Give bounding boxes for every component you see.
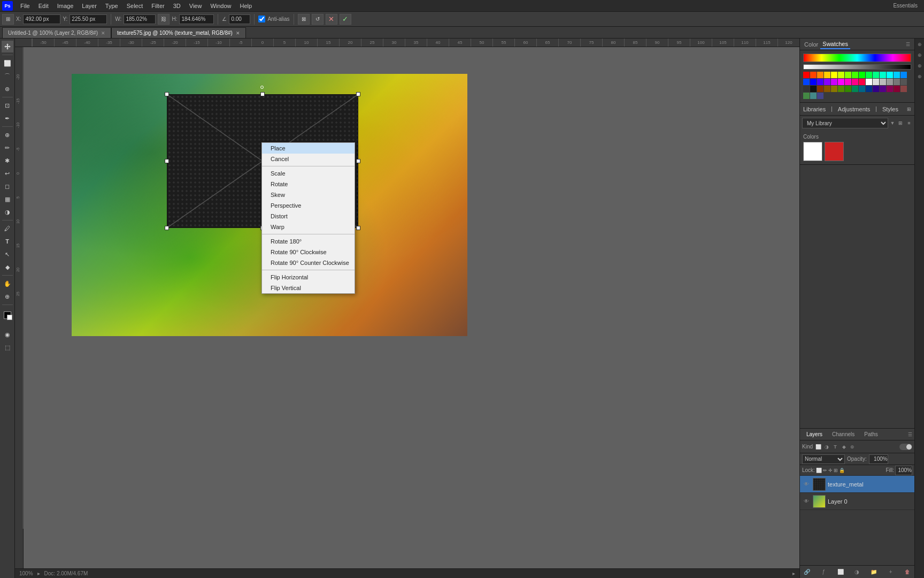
color-spectrum-bar[interactable]: [803, 54, 911, 62]
tab-color[interactable]: Color: [802, 40, 820, 49]
menu-image[interactable]: Image: [53, 2, 78, 10]
handle-tl[interactable]: [165, 92, 169, 96]
ctx-skew[interactable]: Skew: [262, 189, 355, 200]
swatch-35[interactable]: [838, 86, 844, 92]
tool-move[interactable]: [2, 41, 13, 52]
tab-channels[interactable]: Channels: [828, 430, 859, 438]
layer-row-texture-metal[interactable]: 👁 texture_metal: [800, 476, 914, 493]
layers-panel-menu[interactable]: ☰: [908, 432, 912, 437]
color-spectrum-gray[interactable]: [803, 64, 911, 70]
lock-image[interactable]: ✏: [823, 468, 827, 473]
menu-select[interactable]: Select: [122, 2, 148, 10]
menu-edit[interactable]: Edit: [34, 2, 53, 10]
swatch-30[interactable]: [803, 86, 810, 92]
swatch-6[interactable]: [845, 72, 851, 78]
tool-crop[interactable]: ⊡: [2, 100, 13, 111]
layer-row-0[interactable]: 👁 Layer 0: [800, 493, 914, 510]
menu-window[interactable]: Window: [206, 2, 235, 10]
canvas-viewport[interactable]: Place Cancel Scale Rotate Skew Perspecti…: [24, 47, 799, 568]
tab-paths[interactable]: Paths: [860, 430, 882, 438]
swatch-43[interactable]: [894, 86, 900, 92]
filter-smart-icon[interactable]: ⊕: [849, 443, 856, 451]
swatch-8[interactable]: [859, 72, 865, 78]
ctx-flip-h[interactable]: Flip Horizontal: [262, 272, 355, 283]
swatch-27[interactable]: [887, 79, 893, 85]
ctx-flip-v[interactable]: Flip Vertical: [262, 283, 355, 293]
swatch-47[interactable]: [817, 93, 823, 99]
delete-layer-btn[interactable]: 🗑: [903, 567, 912, 577]
ctx-scale[interactable]: Scale: [262, 168, 355, 179]
tool-eyedropper[interactable]: ✒: [2, 112, 13, 124]
swatch-15[interactable]: [803, 79, 810, 85]
link-proportions[interactable]: ⛓: [158, 14, 170, 25]
menu-help[interactable]: Help: [236, 2, 257, 10]
filter-adjust-icon[interactable]: ◑: [823, 443, 830, 451]
swatch-2[interactable]: [817, 72, 823, 78]
swatch-45[interactable]: [803, 93, 810, 99]
panel-collapse-color[interactable]: ⊕: [916, 41, 923, 48]
add-mask-btn[interactable]: ⬜: [836, 567, 845, 577]
tab-swatches[interactable]: Swatches: [820, 40, 850, 49]
handle-bl[interactable]: [165, 226, 169, 230]
swatch-25[interactable]: [873, 79, 879, 85]
swatch-white[interactable]: [803, 142, 822, 161]
swatch-12[interactable]: [887, 72, 893, 78]
menu-view[interactable]: View: [185, 2, 206, 10]
swatch-24[interactable]: [866, 79, 872, 85]
y-input[interactable]: [70, 14, 107, 24]
swatch-1[interactable]: [810, 72, 817, 78]
handle-br[interactable]: [356, 226, 360, 230]
lib-select[interactable]: My Library: [802, 118, 888, 128]
panel-collapse-layers[interactable]: ⊕: [916, 73, 923, 80]
cancel-btn-options[interactable]: ✕: [326, 14, 337, 25]
tool-quick-select[interactable]: ⊛: [2, 83, 13, 95]
swatch-37[interactable]: [852, 86, 858, 92]
swatch-21[interactable]: [845, 79, 851, 85]
handle-tr[interactable]: [356, 92, 360, 96]
panel-collapse-hist[interactable]: ⊕: [916, 51, 923, 59]
lib-libraries-tab[interactable]: Libraries: [803, 106, 826, 112]
swatch-23[interactable]: [859, 79, 865, 85]
ctx-rotate180[interactable]: Rotate 180°: [262, 236, 355, 247]
swatch-46[interactable]: [810, 93, 817, 99]
swatch-3[interactable]: [824, 72, 830, 78]
swatch-42[interactable]: [887, 86, 893, 92]
swatch-28[interactable]: [894, 79, 900, 85]
swatch-4[interactable]: [831, 72, 837, 78]
layers-list[interactable]: 👁 texture_metal 👁 Layer 0: [800, 476, 914, 565]
lock-pixels[interactable]: ⬜: [816, 468, 822, 473]
swatch-red[interactable]: [825, 142, 844, 161]
opacity-input[interactable]: [869, 454, 888, 464]
layer-vis-1[interactable]: 👁: [802, 497, 811, 506]
tab-layers[interactable]: Layers: [802, 430, 827, 438]
handle-mr[interactable]: [356, 159, 360, 163]
tool-lasso[interactable]: ⌒: [2, 70, 13, 82]
fg-bg-colors[interactable]: [2, 309, 13, 321]
new-layer-btn[interactable]: +: [886, 567, 896, 577]
rotation-input[interactable]: [229, 14, 250, 24]
handle-ml[interactable]: [165, 159, 169, 163]
tool-type[interactable]: T: [2, 235, 13, 247]
background-color[interactable]: [7, 315, 12, 320]
lib-grid-icon[interactable]: ⊞: [897, 119, 903, 127]
menu-type[interactable]: Type: [101, 2, 122, 10]
swatch-18[interactable]: [824, 79, 830, 85]
ctx-perspective[interactable]: Perspective: [262, 200, 355, 211]
tool-gradient[interactable]: ▦: [2, 193, 13, 205]
swatch-22[interactable]: [852, 79, 858, 85]
menu-filter[interactable]: Filter: [147, 2, 168, 10]
menu-layer[interactable]: Layer: [78, 2, 101, 10]
w-input[interactable]: [124, 14, 156, 24]
swatch-10[interactable]: [873, 72, 879, 78]
tool-history-brush[interactable]: ↩: [2, 168, 13, 179]
x-input[interactable]: [23, 14, 60, 24]
swatch-31[interactable]: [810, 86, 817, 92]
link-layers-btn[interactable]: 🔗: [802, 567, 812, 577]
filter-shape-icon[interactable]: ◆: [840, 443, 848, 451]
blend-mode-select[interactable]: Normal: [802, 454, 845, 464]
swatch-13[interactable]: [894, 72, 900, 78]
add-style-btn[interactable]: ƒ: [819, 567, 828, 577]
swatch-44[interactable]: [900, 86, 907, 92]
tool-select-rect[interactable]: ⬜: [2, 57, 13, 69]
swatch-9[interactable]: [866, 72, 872, 78]
